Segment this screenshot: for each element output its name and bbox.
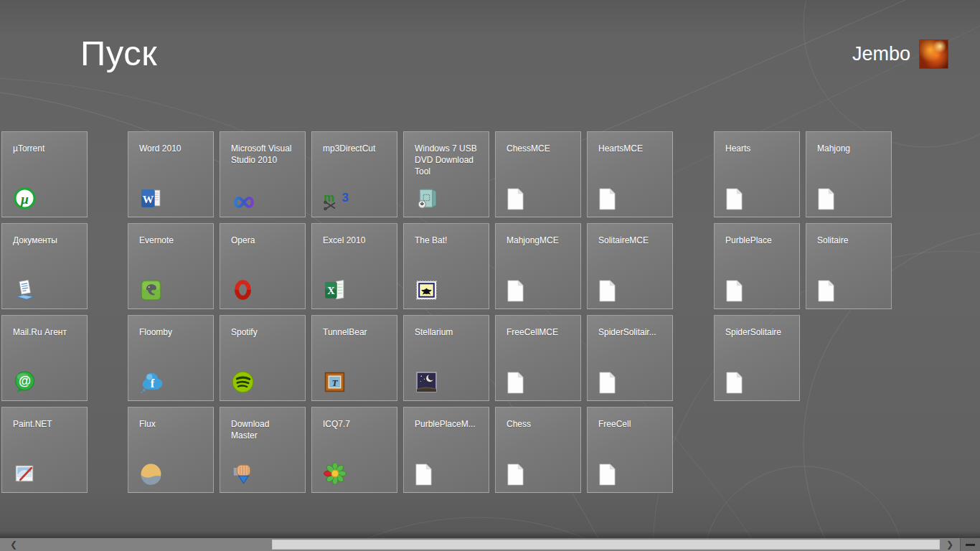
tile-label: Hearts <box>725 143 792 154</box>
tile[interactable]: Floombyf <box>128 315 214 401</box>
tile[interactable]: SpiderSolitaire <box>714 315 800 401</box>
svg-text:@: @ <box>19 374 31 388</box>
user-name: Jembo <box>852 43 910 65</box>
tile-label: Excel 2010 <box>323 235 390 246</box>
tile-label: Floomby <box>139 326 206 338</box>
scrollbar-thumb[interactable] <box>272 540 940 550</box>
visual-studio-icon <box>231 184 258 210</box>
blank-document-icon <box>817 184 844 210</box>
tile-label: SpiderSolitaire <box>725 326 792 338</box>
tile[interactable]: TunnelBearT <box>311 315 397 401</box>
tile[interactable]: mp3DirectCutmp3 <box>311 131 397 217</box>
tile-label: Spotify <box>231 326 298 338</box>
paintnet-icon <box>13 460 40 486</box>
blank-document-icon <box>507 276 534 302</box>
tile[interactable]: Download Master <box>220 407 306 493</box>
blank-document-icon <box>598 368 626 394</box>
blank-document-icon <box>507 184 534 210</box>
tile[interactable]: Excel 2010X <box>311 223 397 309</box>
tile-label: FreeCellMCE <box>507 326 573 338</box>
excel-icon: X <box>323 276 350 302</box>
blank-document-icon <box>725 368 753 394</box>
scroll-right-arrow-icon[interactable]: ❯ <box>940 538 960 551</box>
tile[interactable]: Flux <box>128 407 214 493</box>
tile[interactable]: Word 2010W <box>128 131 214 217</box>
tile[interactable]: Evernote <box>128 223 214 309</box>
blank-document-icon <box>817 276 844 302</box>
horizontal-scrollbar: ❮ ❯ <box>0 538 980 551</box>
scroll-left-arrow-icon[interactable]: ❮ <box>0 538 27 551</box>
semantic-zoom-out-button[interactable] <box>960 538 980 551</box>
tile[interactable]: PurblePlace <box>714 223 800 309</box>
tile-label: FreeCell <box>598 418 665 430</box>
tile[interactable]: µTorrentµ <box>1 131 88 217</box>
tile[interactable]: SpiderSolitair... <box>587 315 673 401</box>
tile-label: SolitaireMCE <box>598 235 665 246</box>
thebat-icon <box>415 276 442 302</box>
tile[interactable]: SolitaireMCE <box>587 223 673 309</box>
blank-document-icon <box>725 184 753 210</box>
tile-label: mp3DirectCut <box>323 143 390 154</box>
svg-text:X: X <box>327 285 335 296</box>
tile-label: SpiderSolitair... <box>598 326 665 338</box>
svg-text:W: W <box>143 193 154 205</box>
tile[interactable]: Mahjong <box>806 131 892 217</box>
tile-label: Paint.NET <box>13 418 80 430</box>
blank-document-icon <box>415 460 442 486</box>
scrollbar-shadow <box>0 531 980 538</box>
tile[interactable]: FreeCellMCE <box>495 315 581 401</box>
tile-label: Evernote <box>139 235 206 246</box>
svg-text:mp3: mp3 <box>324 191 349 204</box>
svg-text:f: f <box>151 377 155 390</box>
user-avatar <box>920 40 948 68</box>
tile[interactable]: Paint.NET <box>1 407 88 493</box>
tile[interactable]: Stellarium <box>403 315 489 401</box>
tile[interactable]: Opera <box>220 223 306 309</box>
tile-label: The Bat! <box>415 235 481 246</box>
svg-text:T: T <box>331 377 338 388</box>
user-button[interactable]: Jembo <box>852 40 948 68</box>
page-title: Пуск <box>80 33 157 73</box>
tile[interactable]: Windows 7 USB DVD Download Tool <box>403 131 489 217</box>
tunnelbear-icon: T <box>323 368 350 394</box>
start-screen: Пуск Jembo µTorrentµДокументыMail.Ru Аге… <box>0 0 980 551</box>
tile-label: Mail.Ru Агент <box>13 326 80 338</box>
tile[interactable]: The Bat! <box>403 223 489 309</box>
tile[interactable]: HeartsMCE <box>587 131 673 217</box>
tile[interactable]: ChessMCE <box>495 131 581 217</box>
mailru-agent-icon: @ <box>13 368 40 394</box>
opera-icon <box>231 276 258 302</box>
tile-label: ChessMCE <box>507 143 573 154</box>
blank-document-icon <box>507 368 534 394</box>
tile-label: PurblePlace <box>725 235 792 246</box>
tile-label: Download Master <box>231 418 298 441</box>
evernote-icon <box>139 276 166 302</box>
tile[interactable]: PurblePlaceM... <box>403 407 489 493</box>
mp3directcut-icon: mp3 <box>323 184 350 210</box>
icq-icon <box>323 460 350 486</box>
tile[interactable]: Chess <box>495 407 581 493</box>
tile[interactable]: Solitaire <box>806 223 892 309</box>
blank-document-icon <box>598 460 626 486</box>
tile[interactable]: Microsoft Visual Studio 2010 <box>220 131 306 217</box>
tile[interactable]: FreeCell <box>587 407 673 493</box>
tile[interactable]: Hearts <box>714 131 800 217</box>
tile-label: ICQ7.7 <box>323 418 390 430</box>
documents-icon <box>13 276 40 302</box>
blank-document-icon <box>507 460 534 486</box>
tile[interactable]: Mail.Ru Агент@ <box>1 315 88 401</box>
tile-label: MahjongMCE <box>507 235 573 246</box>
tile-label: Microsoft Visual Studio 2010 <box>231 143 298 166</box>
tile-label: TunnelBear <box>323 326 390 338</box>
blank-document-icon <box>598 276 626 302</box>
tile-label: Flux <box>139 418 206 430</box>
blank-document-icon <box>598 184 626 210</box>
tile-label: Windows 7 USB DVD Download Tool <box>415 143 481 177</box>
tile[interactable]: Документы <box>1 223 88 309</box>
tile[interactable]: ICQ7.7 <box>311 407 397 493</box>
blank-document-icon <box>725 276 753 302</box>
tile[interactable]: Spotify <box>220 315 306 401</box>
tile-label: Chess <box>507 418 573 430</box>
tile[interactable]: MahjongMCE <box>495 223 581 309</box>
tile-label: Документы <box>13 235 80 246</box>
